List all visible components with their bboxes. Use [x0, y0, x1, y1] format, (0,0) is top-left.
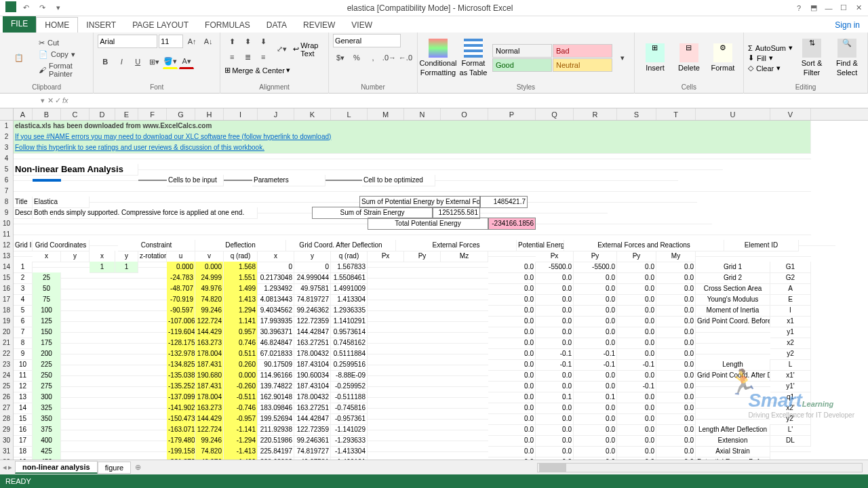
- ribbon-options-icon[interactable]: ⬒: [807, 1, 821, 15]
- format-cells-button[interactable]: ⚙Format: [707, 42, 739, 74]
- conditional-formatting-button[interactable]: Conditional Formatting: [422, 37, 454, 78]
- col-header-P[interactable]: P: [488, 108, 536, 120]
- minimize-icon[interactable]: —: [822, 1, 835, 15]
- italic-button[interactable]: I: [114, 54, 129, 69]
- underline-button[interactable]: U: [130, 54, 145, 69]
- col-header-B[interactable]: B: [33, 108, 61, 120]
- horizontal-scrollbar[interactable]: [537, 463, 863, 472]
- tab-page-layout[interactable]: PAGE LAYOUT: [124, 18, 197, 33]
- col-header-T[interactable]: T: [656, 108, 696, 120]
- accounting-icon[interactable]: $▾: [333, 50, 348, 65]
- comma-icon[interactable]: ,: [366, 50, 380, 65]
- close-icon[interactable]: ✕: [852, 1, 865, 15]
- format-as-table-button[interactable]: Format as Table: [457, 37, 490, 78]
- col-header-S[interactable]: S: [617, 108, 656, 120]
- col-header-U[interactable]: U: [696, 108, 770, 120]
- col-header-C[interactable]: C: [61, 108, 90, 120]
- format-painter-button[interactable]: 🖌 Format Painter: [38, 61, 87, 79]
- align-right-icon[interactable]: ≡: [256, 49, 271, 64]
- col-header-O[interactable]: O: [441, 108, 488, 120]
- worksheet[interactable]: 1elastica.xls has been downloaded from w…: [0, 121, 868, 460]
- new-sheet-icon[interactable]: ⊕: [131, 463, 145, 472]
- fill-color-button[interactable]: 🪣▾: [163, 54, 178, 69]
- tab-nav-first-icon[interactable]: ◂: [3, 463, 7, 472]
- maximize-icon[interactable]: ☐: [837, 1, 850, 15]
- merge-center-button[interactable]: ⊞ Merge & Center ▾: [224, 66, 290, 75]
- select-all-corner[interactable]: [0, 108, 14, 120]
- sort-icon: ⇅: [802, 39, 821, 58]
- increase-decimal-icon[interactable]: .0→: [382, 50, 397, 65]
- insert-cells-button[interactable]: ⊞Insert: [639, 42, 671, 74]
- col-header-Q[interactable]: Q: [536, 108, 574, 120]
- wrap-text-button[interactable]: ↩ Wrap Text: [293, 41, 324, 58]
- col-header-H[interactable]: H: [195, 108, 224, 120]
- style-bad[interactable]: Bad: [553, 44, 612, 58]
- styles-more-icon[interactable]: ▾: [615, 51, 630, 66]
- style-good[interactable]: Good: [492, 58, 552, 72]
- sheet-tab-nonlinear[interactable]: non-linear analysis: [15, 461, 98, 474]
- qat-customize-icon[interactable]: ▾: [52, 1, 65, 15]
- redo-icon[interactable]: ↷: [35, 1, 49, 15]
- cut-button[interactable]: ✂ Cut: [38, 38, 87, 48]
- tab-nav-last-icon[interactable]: ▸: [8, 463, 12, 472]
- align-middle-icon[interactable]: ⬍: [240, 34, 255, 49]
- help-icon[interactable]: ?: [792, 1, 806, 15]
- fill-button[interactable]: ⬇ Fill ▾: [748, 54, 793, 62]
- align-bottom-icon[interactable]: ⬇: [256, 34, 271, 49]
- col-header-V[interactable]: V: [770, 108, 811, 120]
- cancel-formula-icon[interactable]: ✕: [47, 96, 54, 105]
- copy-button[interactable]: 📄 Copy ▾: [38, 49, 87, 60]
- tab-formulas[interactable]: FORMULAS: [197, 18, 258, 33]
- bold-button[interactable]: B: [98, 54, 113, 69]
- group-alignment: ⬆ ⬍ ⬇ ≡ ≣ ≡ ⤢▾ ↩ Wrap Text ⊞ Merge & Cen…: [220, 33, 329, 94]
- undo-icon[interactable]: ↶: [19, 1, 33, 15]
- tab-insert[interactable]: INSERT: [78, 18, 124, 33]
- tab-review[interactable]: REVIEW: [295, 18, 343, 33]
- group-label-clipboard: Clipboard: [4, 82, 89, 92]
- delete-cells-button[interactable]: ⊟Delete: [673, 42, 705, 74]
- enter-formula-icon[interactable]: ✓: [55, 96, 61, 105]
- name-box[interactable]: [0, 94, 41, 108]
- file-tab[interactable]: FILE: [3, 16, 36, 33]
- autosum-button[interactable]: Σ AutoSum ▾: [748, 43, 793, 52]
- formula-input[interactable]: [71, 94, 868, 108]
- conditional-formatting-icon: [429, 39, 448, 58]
- decrease-decimal-icon[interactable]: ←.0: [398, 50, 413, 65]
- align-left-icon[interactable]: ≡: [224, 49, 239, 64]
- col-header-A[interactable]: A: [14, 108, 33, 120]
- font-name-select[interactable]: [98, 35, 157, 48]
- fx-icon[interactable]: fx: [62, 96, 68, 105]
- percent-icon[interactable]: %: [349, 50, 364, 65]
- col-header-J[interactable]: J: [258, 108, 294, 120]
- tab-data[interactable]: DATA: [258, 18, 295, 33]
- sort-filter-button[interactable]: ⇅Sort & Filter: [795, 37, 828, 78]
- col-header-L[interactable]: L: [331, 108, 368, 120]
- sheet-tab-figure[interactable]: figure: [98, 462, 132, 474]
- col-header-D[interactable]: D: [90, 108, 115, 120]
- grow-font-icon[interactable]: A↑: [184, 34, 199, 49]
- clear-button[interactable]: ◇ Clear ▾: [748, 64, 793, 73]
- style-normal[interactable]: Normal: [492, 44, 552, 58]
- align-center-icon[interactable]: ≣: [240, 49, 255, 64]
- orientation-icon[interactable]: ⤢▾: [276, 42, 288, 57]
- col-header-M[interactable]: M: [368, 108, 404, 120]
- col-header-R[interactable]: R: [574, 108, 617, 120]
- align-top-icon[interactable]: ⬆: [224, 34, 239, 49]
- sign-in-link[interactable]: Sign in: [827, 18, 868, 33]
- style-neutral[interactable]: Neutral: [553, 58, 612, 72]
- col-header-N[interactable]: N: [404, 108, 441, 120]
- tab-home[interactable]: HOME: [36, 17, 78, 33]
- number-format-select[interactable]: [333, 34, 401, 47]
- col-header-E[interactable]: E: [115, 108, 138, 120]
- col-header-I[interactable]: I: [224, 108, 258, 120]
- font-color-button[interactable]: A▾: [179, 54, 194, 69]
- col-header-F[interactable]: F: [138, 108, 167, 120]
- shrink-font-icon[interactable]: A↓: [201, 34, 216, 49]
- col-header-G[interactable]: G: [167, 108, 195, 120]
- find-select-button[interactable]: 🔍Find & Select: [831, 37, 863, 78]
- borders-button[interactable]: ⊞▾: [146, 54, 161, 69]
- paste-button[interactable]: 📋: [7, 41, 31, 75]
- col-header-K[interactable]: K: [294, 108, 331, 120]
- font-size-select[interactable]: [159, 35, 183, 48]
- tab-view[interactable]: VIEW: [343, 18, 380, 33]
